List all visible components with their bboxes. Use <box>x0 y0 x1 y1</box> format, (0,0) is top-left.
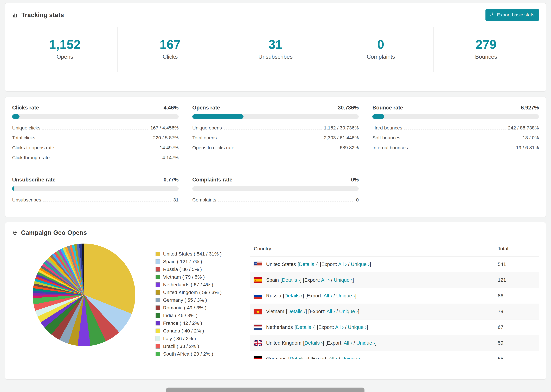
country-cell: Spain[Details ›] [Export: All › / Unique… <box>254 277 498 283</box>
metric-label: Hard bounces <box>372 125 402 131</box>
country-name: Germany <box>266 356 286 359</box>
details-link[interactable]: Details › <box>290 356 308 359</box>
details-link[interactable]: Details › <box>282 277 300 283</box>
export-all-link[interactable]: All › <box>324 293 332 298</box>
stat-value: 279 <box>434 37 539 51</box>
legend-swatch-icon <box>155 290 160 295</box>
legend-label: France ( 42 / 2% ) <box>163 320 202 326</box>
rate-title: Opens rate <box>192 105 220 111</box>
metric-row-soft-bounces: Soft bounces18 / 0% <box>372 133 539 143</box>
metric-value: 2,303 / 61.446% <box>324 135 359 140</box>
progress-bar-fill <box>12 186 14 191</box>
geo-table-rows: United States[Details ›] [Export: All › … <box>250 256 539 359</box>
details-link[interactable]: Details › <box>296 324 314 330</box>
metric-label: Complaints <box>192 197 216 203</box>
export-unique-link[interactable]: Unique › <box>339 309 358 314</box>
metric-value: 220 / 5.87% <box>153 135 178 140</box>
pie-legend: United States ( 541 / 31% )Spain ( 121 /… <box>155 250 222 358</box>
legend-item-spain: Spain ( 121 / 7% ) <box>155 258 222 266</box>
stat-box-clicks: 167Clicks <box>117 27 223 72</box>
export-unique-link[interactable]: Unique › <box>356 340 375 346</box>
legend-label: Spain ( 121 / 7% ) <box>163 259 202 264</box>
rates-grid: Clicks rate4.46%Unique clicks167 / 4.456… <box>12 105 539 205</box>
metric-row-hard-bounces: Hard bounces242 / 86.738% <box>372 123 539 133</box>
metric-label: Soft bounces <box>372 135 400 140</box>
geo-table-row-es: Spain[Details ›] [Export: All › / Unique… <box>250 272 539 288</box>
legend-swatch-icon <box>155 259 160 264</box>
rate-cell-clicks-rate: Clicks rate4.46%Unique clicks167 / 4.456… <box>12 105 179 163</box>
export-unique-link[interactable]: Unique › <box>348 324 367 330</box>
rate-head: Bounce rate6.927% <box>372 105 539 111</box>
country-row-actions: [Details ›] [Export: All › / Unique ›] <box>281 277 354 283</box>
metric-value: 167 / 4.456% <box>150 125 179 131</box>
dotted-leader <box>236 149 338 149</box>
stat-box-opens: 1,152Opens <box>12 27 118 72</box>
geo-opens-title-text: Campaign Geo Opens <box>21 229 87 236</box>
country-name: Spain <box>266 277 279 283</box>
metric-label: Total opens <box>192 135 217 140</box>
metric-row-unsubscribes: Unsubscribes31 <box>12 195 179 205</box>
geo-table-row-ru: Russia[Details ›] [Export: All › / Uniqu… <box>250 288 539 304</box>
metric-value: 4.147% <box>162 155 179 161</box>
export-button-label: Export basic stats <box>497 12 535 18</box>
details-link[interactable]: Details › <box>287 309 305 314</box>
legend-label: South Africa ( 29 / 2% ) <box>163 351 213 357</box>
export-all-link[interactable]: All › <box>329 356 337 359</box>
metric-row-opens-to-clicks-rate: Opens to clicks rate689.82% <box>192 143 359 153</box>
bar-chart-icon <box>12 12 18 18</box>
metric-label: Internal bounces <box>372 145 408 151</box>
export-basic-stats-button[interactable]: Export basic stats <box>486 9 539 21</box>
legend-label: Italy ( 36 / 2% ) <box>163 336 196 341</box>
country-cell: Netherlands[Details ›] [Export: All › / … <box>254 324 498 330</box>
metric-value: 31 <box>173 197 179 203</box>
horizontal-scrollbar-thumb[interactable] <box>166 388 365 392</box>
export-all-link[interactable]: All › <box>338 261 347 267</box>
details-link[interactable]: Details › <box>299 261 317 267</box>
progress-bar-fill <box>372 114 384 119</box>
metric-row-click-through-rate: Click through rate4.147% <box>12 153 179 163</box>
rate-cell-bounce-rate: Bounce rate6.927%Hard bounces242 / 86.73… <box>372 105 539 163</box>
details-link[interactable]: Details › <box>284 293 303 298</box>
geo-table-row-gb: United Kingdom[Details ›] [Export: All ›… <box>250 335 539 351</box>
metric-label: Click through rate <box>12 155 50 161</box>
export-unique-link[interactable]: Unique › <box>334 277 353 283</box>
stat-label: Opens <box>12 54 117 60</box>
legend-swatch-icon <box>155 321 160 325</box>
country-column-header: Country <box>254 246 498 252</box>
export-unique-link[interactable]: Unique › <box>351 261 370 267</box>
progress-bar <box>192 114 359 119</box>
export-all-link[interactable]: All › <box>335 324 344 330</box>
details-link[interactable]: Details › <box>304 340 323 346</box>
export-all-link[interactable]: All › <box>326 309 335 314</box>
stat-label: Unsubscribes <box>223 54 328 60</box>
legend-swatch-icon <box>155 267 160 272</box>
legend-item-united-states: United States ( 541 / 31% ) <box>155 250 222 258</box>
stat-value: 167 <box>118 37 223 51</box>
metric-value: 0 <box>356 197 359 203</box>
legend-item-brazil: Brazil ( 33 / 2% ) <box>155 343 222 350</box>
svg-text:★: ★ <box>256 309 260 314</box>
export-all-link[interactable]: All › <box>321 277 330 283</box>
rate-head: Clicks rate4.46% <box>12 105 179 111</box>
geo-table-row-us: United States[Details ›] [Export: All › … <box>250 256 539 272</box>
country-total: 541 <box>498 261 536 267</box>
country-cell: Russia[Details ›] [Export: All › / Uniqu… <box>254 293 498 299</box>
country-name: United States <box>266 261 296 267</box>
legend-label: Vietnam ( 79 / 5% ) <box>163 274 205 280</box>
rate-value: 4.46% <box>164 105 179 111</box>
export-unique-link[interactable]: Unique › <box>342 356 360 359</box>
tracking-stats-header: Tracking stats Export basic stats <box>5 3 546 26</box>
legend-swatch-icon <box>155 252 160 256</box>
geo-opens-table: Country Total United States[Details ›] [… <box>250 241 539 359</box>
rate-head: Opens rate30.736% <box>192 105 359 111</box>
metric-row-clicks-to-opens-rate: Clicks to opens rate14.497% <box>12 143 179 153</box>
export-unique-link[interactable]: Unique › <box>336 293 355 298</box>
legend-item-netherlands: Netherlands ( 67 / 4% ) <box>155 281 222 288</box>
tracking-stats-card: Tracking stats Export basic stats 1,152O… <box>5 3 546 91</box>
legend-swatch-icon <box>155 305 160 310</box>
metric-label: Total clicks <box>12 135 35 140</box>
export-all-link[interactable]: All › <box>344 340 352 346</box>
stat-value: 31 <box>223 37 328 51</box>
legend-item-india: India ( 46 / 3% ) <box>155 312 222 319</box>
legend-swatch-icon <box>155 282 160 287</box>
